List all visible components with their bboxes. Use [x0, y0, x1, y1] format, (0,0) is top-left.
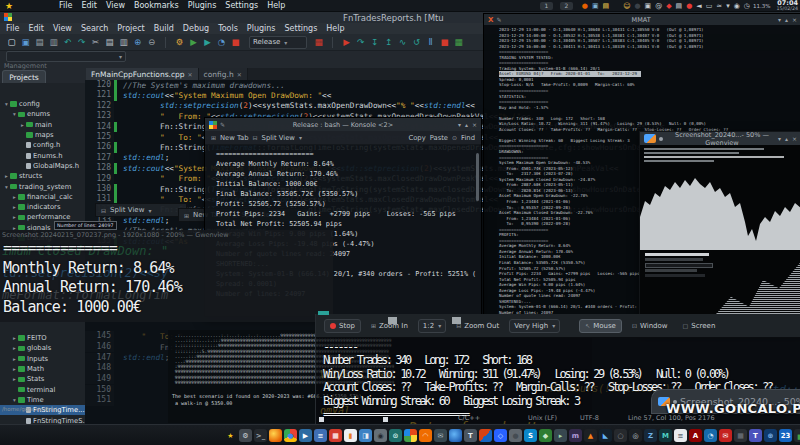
- tree-arrow-icon[interactable]: ▸: [11, 366, 18, 372]
- copy-button[interactable]: Copy: [408, 134, 425, 142]
- projects-tab[interactable]: Projects: [2, 70, 46, 83]
- clock[interactable]: 07:04 15/02/24: [776, 1, 798, 11]
- konsole-titlebar[interactable]: ✎ Release : bash — Konsole <2> ▾▴×: [205, 118, 481, 131]
- tree-item[interactable]: ▸ Inputs: [0, 354, 85, 364]
- debug-toolbar-icon[interactable]: ∿: [397, 37, 408, 48]
- toolbar-icon[interactable]: ↶: [62, 37, 73, 48]
- tree-item[interactable]: ▾ config: [0, 99, 85, 109]
- build-toolbar-icon[interactable]: ▶: [188, 37, 199, 48]
- toolbar-icon[interactable]: ▥: [118, 37, 129, 48]
- workspace-badge[interactable]: 2: [560, 2, 573, 10]
- new-tab-button[interactable]: New Tab: [220, 134, 249, 142]
- menubar-item[interactable]: Plugins: [188, 1, 217, 10]
- maximize-icon[interactable]: ▴: [785, 135, 788, 142]
- tray-icon[interactable]: ●: [686, 2, 692, 10]
- toolbar-icon[interactable]: ⊕: [132, 37, 143, 48]
- tree-arrow-icon[interactable]: ▸: [3, 173, 10, 179]
- build-toolbar-icon[interactable]: ⚙: [174, 37, 185, 48]
- tree-item[interactable]: ▾ enums: [0, 109, 85, 119]
- minimize-icon[interactable]: ▾: [778, 16, 781, 23]
- tree-item[interactable]: terminal: [0, 384, 85, 394]
- toolbar-icon[interactable]: ↷: [76, 37, 87, 48]
- tree-arrow-icon[interactable]: ▸: [19, 122, 26, 128]
- tree-arrow-icon[interactable]: ▸: [11, 345, 18, 351]
- scroll-handle[interactable]: [319, 417, 324, 422]
- tray-icon[interactable]: ☺: [623, 2, 630, 10]
- tree-item[interactable]: ▸ Stats: [0, 374, 85, 384]
- tree-item[interactable]: ▸ main: [0, 120, 85, 130]
- close-icon[interactable]: ✕: [237, 71, 242, 78]
- build-profile-select[interactable]: Release▾: [249, 36, 307, 49]
- mouse-mode-button[interactable]: ↖ Mouse: [579, 319, 622, 333]
- stop-button[interactable]: Stop: [324, 319, 361, 333]
- ide-menu-item[interactable]: Edit: [28, 24, 44, 33]
- tray-icon[interactable]: ●: [634, 2, 640, 10]
- tree-item[interactable]: Enums.h: [0, 150, 85, 160]
- toolbar-icon[interactable]: ▤: [104, 37, 115, 48]
- pin-icon[interactable]: [659, 137, 663, 141]
- maximize-icon[interactable]: ▴: [785, 16, 788, 23]
- status-encoding[interactable]: UTF-8: [580, 414, 599, 422]
- tree-item[interactable]: ▸ indicators: [0, 202, 85, 212]
- ide-menu-item[interactable]: Debug: [183, 24, 209, 33]
- debug-toolbar-icon[interactable]: ↺: [411, 37, 422, 48]
- tray-app-icon[interactable]: ▤: [603, 2, 610, 10]
- debug-toolbar-icon[interactable]: Ⅱ: [425, 37, 436, 48]
- scroll-handle[interactable]: [383, 417, 388, 422]
- ide-menu-item[interactable]: Settings: [285, 24, 318, 33]
- ide-menu-item[interactable]: Project: [117, 24, 144, 33]
- tray-icon[interactable]: ◉: [734, 2, 740, 10]
- ide-menu-item[interactable]: Help: [326, 24, 344, 33]
- tray-icon[interactable]: ▣: [645, 2, 652, 10]
- tree-item[interactable]: ▾ Time: [0, 395, 85, 405]
- tray-icon[interactable]: ◆: [666, 2, 671, 10]
- tree-item[interactable]: GlobalMaps.h: [0, 161, 85, 171]
- toolbar-icon[interactable]: ▣: [20, 37, 31, 48]
- tree-arrow-icon[interactable]: ▾: [3, 101, 10, 107]
- status-language[interactable]: C/C++: [458, 414, 480, 422]
- tree-arrow-icon[interactable]: ▸: [11, 204, 18, 210]
- ide-menu-item[interactable]: Tools: [218, 24, 238, 33]
- debug-toolbar-icon[interactable]: ▶: [341, 37, 352, 48]
- tree-arrow-icon[interactable]: ▾: [11, 111, 18, 117]
- tree-item[interactable]: ▸ structs: [0, 171, 85, 181]
- screen-mode-button[interactable]: ▢ Screen: [678, 320, 721, 332]
- tree-item[interactable]: ▸ Math: [0, 364, 85, 374]
- close-icon[interactable]: ×: [472, 121, 477, 128]
- tray-icon[interactable]: ▤: [676, 2, 683, 10]
- project-selector[interactable]: ▾: [6, 51, 126, 62]
- tree-arrow-icon[interactable]: ▸: [11, 214, 18, 220]
- toolbar-icon[interactable]: ▤: [34, 37, 45, 48]
- close-icon[interactable]: ×: [792, 135, 797, 142]
- tree-arrow-icon[interactable]: ▾: [3, 184, 10, 190]
- toolbar-icon[interactable]: ▥: [48, 37, 59, 48]
- debug-toolbar-icon[interactable]: ↧: [369, 37, 380, 48]
- menubar-item[interactable]: Help: [267, 1, 285, 10]
- ide-menu-item[interactable]: Plugins: [247, 24, 276, 33]
- tray-icon[interactable]: ≈: [716, 2, 722, 10]
- minimize-icon[interactable]: ▾: [458, 121, 461, 128]
- build-toolbar-icon[interactable]: ■: [230, 37, 241, 48]
- tray-icon[interactable]: ◷: [744, 2, 750, 10]
- paste-button[interactable]: Paste: [430, 134, 448, 142]
- tree-item[interactable]: ▸ FEITO: [0, 333, 85, 343]
- debug-toolbar-icon[interactable]: ↷: [355, 37, 366, 48]
- tree-arrow-icon[interactable]: ▸: [11, 335, 18, 341]
- menubar-item[interactable]: File: [59, 1, 72, 10]
- ide-menu-item[interactable]: Search: [81, 24, 108, 33]
- split-view-button[interactable]: Split View: [110, 206, 144, 214]
- debug-toolbar-icon[interactable]: ■: [439, 37, 450, 48]
- close-icon[interactable]: ✕: [188, 71, 193, 78]
- split-view-button[interactable]: Split View: [262, 134, 295, 142]
- scrollbar[interactable]: [476, 153, 479, 201]
- debug-toolbar-icon[interactable]: ▦: [453, 37, 464, 48]
- refresh-quality-select[interactable]: Very High▾: [509, 319, 560, 333]
- tree-arrow-icon[interactable]: ▸: [11, 194, 18, 200]
- tray-icon[interactable]: ▾: [726, 2, 730, 10]
- maximize-icon[interactable]: ▴: [465, 121, 468, 128]
- tray-icon[interactable]: ▭: [706, 2, 713, 10]
- ide-menu-item[interactable]: File: [6, 24, 19, 33]
- find-button[interactable]: Find: [461, 134, 475, 142]
- toolbar-icon[interactable]: ▢: [6, 37, 17, 48]
- tray-icon[interactable]: @: [655, 2, 662, 10]
